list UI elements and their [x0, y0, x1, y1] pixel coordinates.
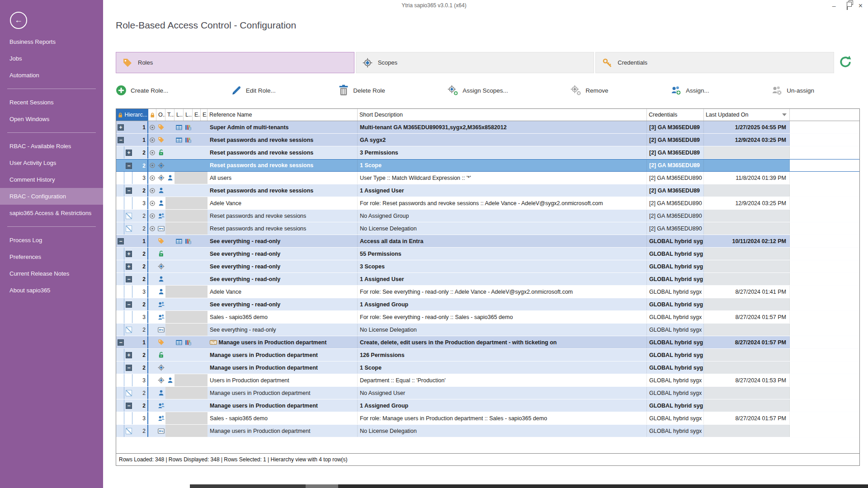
- table-row[interactable]: 3Adele VanceFor role: Reset passwords an…: [116, 197, 859, 210]
- table-row[interactable]: 3Sales - sapio365 demoFor role: See ever…: [116, 311, 859, 324]
- expand-icon[interactable]: +: [118, 124, 124, 131]
- sidebar-item-process-log[interactable]: Process Log: [0, 232, 103, 249]
- column-header-l-[interactable]: L...: [175, 109, 184, 121]
- table-row[interactable]: −2See everything - read-only1 Assigned U…: [116, 273, 859, 286]
- column-header-icon-1[interactable]: [148, 109, 156, 121]
- table-row[interactable]: −1See everything - read-onlyAccess all d…: [116, 235, 859, 248]
- column-header-last-updated-on[interactable]: Last Updated On: [704, 109, 790, 121]
- icon-cell: [184, 412, 193, 424]
- table-row[interactable]: +2See everything - read-only3 ScopesGLOB…: [116, 260, 859, 273]
- sidebar-item-sapio365-access-restrictions[interactable]: sapio365 Access & Restrictions: [0, 205, 103, 221]
- collapse-icon[interactable]: −: [126, 403, 132, 409]
- reference-name-cell: See everything - read-only: [208, 298, 358, 310]
- hierarchy-cell: +2: [116, 349, 148, 361]
- expand-icon[interactable]: +: [126, 150, 132, 156]
- assign-scopes-button[interactable]: Assign Scopes...: [448, 85, 508, 96]
- tab-credentials[interactable]: Credentials: [595, 52, 834, 73]
- column-label: Credentials: [649, 112, 677, 118]
- sidebar-item-rbac-available-roles[interactable]: RBAC - Available Roles: [0, 138, 103, 155]
- license-icon: [158, 428, 165, 434]
- remove-button[interactable]: Remove: [571, 85, 608, 96]
- collapse-icon[interactable]: −: [126, 301, 132, 308]
- expand-icon[interactable]: +: [126, 352, 132, 358]
- column-header-reference-name[interactable]: Reference Name: [208, 109, 358, 121]
- collapse-icon[interactable]: −: [126, 276, 132, 282]
- table-row[interactable]: 3All usersUser Type :: Match Wildcard Ex…: [116, 172, 859, 184]
- sidebar-item-current-release-notes[interactable]: Current Release Notes: [0, 265, 103, 282]
- sidebar-item-open-windows[interactable]: Open Windows: [0, 111, 103, 127]
- table-row[interactable]: 2See everything - read-onlyNo License De…: [116, 324, 859, 336]
- reference-name-text: Users in Production department: [210, 377, 289, 384]
- column-header-short-description[interactable]: Short Description: [358, 109, 647, 121]
- table-row[interactable]: −2Manage users in Production department1…: [116, 399, 859, 412]
- sidebar-item-comment-history[interactable]: Comment History: [0, 171, 103, 188]
- create-role-button[interactable]: Create Role...: [116, 85, 168, 96]
- table-row[interactable]: +2Reset passwords and revoke sessions3 P…: [116, 146, 859, 159]
- tree-guide: [124, 222, 124, 235]
- sidebar-item-user-activity-logs[interactable]: User Activity Logs: [0, 155, 103, 171]
- column-header-hierarc-[interactable]: Hierarc...: [116, 109, 148, 121]
- close-button[interactable]: ×: [859, 3, 863, 9]
- column-header-l-[interactable]: L...: [184, 109, 193, 121]
- table-row[interactable]: 2Manage users in Production departmentNo…: [116, 387, 859, 399]
- icon-cell: [175, 260, 184, 272]
- table-row[interactable]: −2Manage users in Production department1…: [116, 361, 859, 374]
- tab-scopes[interactable]: Scopes: [356, 52, 594, 73]
- table-row[interactable]: +1Super Admin of multi-tenantsMulti-tena…: [116, 121, 859, 134]
- refresh-button[interactable]: [836, 52, 854, 72]
- minimize-button[interactable]: –: [832, 3, 836, 9]
- column-header-icon-12[interactable]: [790, 109, 859, 121]
- back-button[interactable]: ←: [10, 12, 27, 29]
- sort-dropdown-icon[interactable]: [782, 113, 787, 116]
- collapse-icon[interactable]: −: [126, 163, 132, 169]
- collapse-icon[interactable]: −: [118, 339, 124, 346]
- edit-role-button[interactable]: Edit Role...: [231, 85, 276, 96]
- table-row[interactable]: +2Manage users in Production department1…: [116, 349, 859, 361]
- column-header-e-[interactable]: E...: [201, 109, 208, 121]
- table-row[interactable]: −1T Manage users in Production departmen…: [116, 336, 859, 349]
- icon-cell: [193, 311, 201, 323]
- table-row[interactable]: 3Users in Production departmentDepartmen…: [116, 374, 859, 387]
- column-header-e-[interactable]: E...: [193, 109, 201, 121]
- sidebar-item-automation[interactable]: Automation: [0, 67, 103, 84]
- table-row[interactable]: 2Reset passwords and revoke sessionsNo A…: [116, 210, 859, 222]
- icon-cell: [148, 121, 156, 133]
- assign-button[interactable]: Assign...: [671, 85, 709, 96]
- table-row[interactable]: −1Reset passwords and revoke sessionsGA …: [116, 134, 859, 146]
- unassign-button[interactable]: Un-assign: [772, 85, 814, 96]
- column-header-t-[interactable]: T...: [165, 109, 175, 121]
- last-updated-cell: 8/27/2024 01:53 PM: [704, 374, 790, 386]
- sidebar-item-preferences[interactable]: Preferences: [0, 249, 103, 265]
- sidebar-item-recent-sessions[interactable]: Recent Sessions: [0, 94, 103, 111]
- table-row[interactable]: −2See everything - read-only1 Assigned G…: [116, 298, 859, 311]
- table-row[interactable]: 2Reset passwords and revoke sessionsNo L…: [116, 222, 859, 235]
- table-row[interactable]: 3Sales - sapio365 demoFor role: Manage u…: [116, 412, 859, 425]
- collapse-icon[interactable]: −: [118, 137, 124, 143]
- table-row[interactable]: 2Manage users in Production departmentNo…: [116, 425, 859, 437]
- sidebar-item-rbac-configuration[interactable]: RBAC - Configuration: [0, 188, 103, 205]
- icon-cell: [193, 298, 201, 310]
- column-header-credentials[interactable]: Credentials: [647, 109, 704, 121]
- icon-cell: [175, 121, 184, 133]
- reference-name-cell: Reset passwords and revoke sessions: [208, 134, 358, 146]
- table-row[interactable]: −2Reset passwords and revoke sessions1 S…: [116, 159, 859, 172]
- sidebar-item-business-reports[interactable]: Business Reports: [0, 33, 103, 50]
- delete-role-button[interactable]: Delete Role: [338, 84, 385, 96]
- column-header-o-[interactable]: O..: [156, 109, 165, 121]
- collapse-icon[interactable]: −: [118, 238, 124, 244]
- sidebar-item-about-sapio365[interactable]: About sapio365: [0, 282, 103, 299]
- collapse-icon[interactable]: −: [126, 188, 132, 194]
- collapse-icon[interactable]: −: [126, 365, 132, 371]
- tab-roles[interactable]: Roles: [116, 52, 354, 73]
- sidebar-item-jobs[interactable]: Jobs: [0, 50, 103, 67]
- expand-icon[interactable]: +: [126, 251, 132, 257]
- table-row[interactable]: +2See everything - read-only55 Permissio…: [116, 248, 859, 260]
- tree-guide: [124, 311, 124, 323]
- tree-guide: [124, 324, 124, 336]
- short-description-text: For role: See everything - read-only :: …: [360, 289, 573, 295]
- restore-button[interactable]: [847, 3, 848, 9]
- icon-cell: [193, 374, 201, 386]
- table-row[interactable]: 3Adele VanceFor role: See everything - r…: [116, 286, 859, 298]
- expand-icon[interactable]: +: [126, 263, 132, 270]
- table-row[interactable]: −2Reset passwords and revoke sessions1 A…: [116, 184, 859, 197]
